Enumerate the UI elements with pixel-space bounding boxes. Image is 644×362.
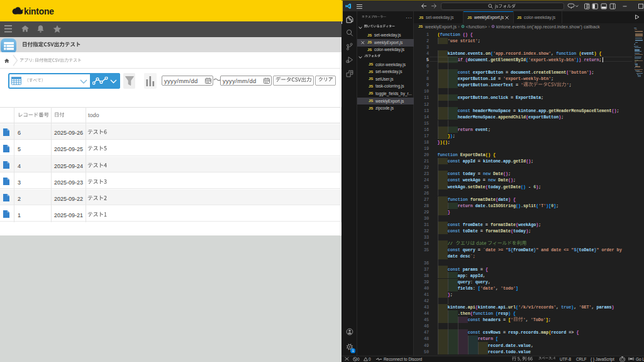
svg-text:kintone: kintone — [24, 7, 54, 16]
